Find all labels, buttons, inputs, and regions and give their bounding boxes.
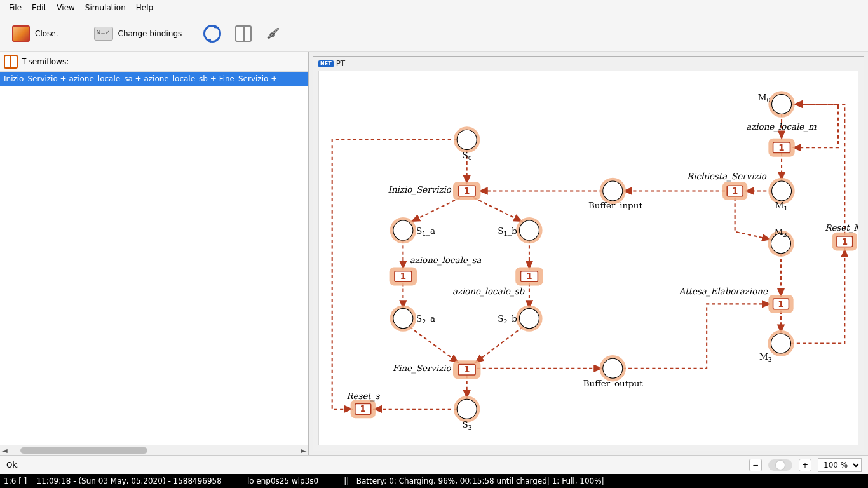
svg-text:M0: M0 <box>758 93 771 104</box>
semiflows-header: T-semiflows: <box>0 52 308 72</box>
bindings-icon <box>94 27 113 41</box>
change-bindings-button[interactable]: Change bindings <box>88 22 188 45</box>
menu-help[interactable]: Help <box>131 1 158 14</box>
toolbar: Close. Change bindings <box>0 15 868 52</box>
svg-text:M2: M2 <box>775 227 787 238</box>
svg-text:1: 1 <box>526 271 532 281</box>
zoom-out-button[interactable]: − <box>749 459 762 471</box>
semiflows-icon <box>4 55 18 69</box>
zoom-select[interactable]: 100 % <box>818 458 862 472</box>
menu-view[interactable]: View <box>51 1 79 14</box>
svg-text:Buffer_input: Buffer_input <box>588 201 642 210</box>
menu-edit[interactable]: Edit <box>27 1 51 14</box>
semiflows-list[interactable]: Inizio_Servizio + azione_locale_sa + azi… <box>0 72 308 445</box>
svg-point-4 <box>393 220 413 240</box>
book-icon <box>235 25 252 42</box>
semiflows-panel: T-semiflows: Inizio_Servizio + azione_lo… <box>0 52 309 455</box>
canvas-header: NET PT <box>318 59 345 68</box>
svg-text:azione_locale_m: azione_locale_m <box>746 122 817 132</box>
svg-point-25 <box>772 94 792 114</box>
sysbar-right: || Battery: 0: Charging, 96%, 00:15:58 u… <box>344 477 604 485</box>
semiflows-title: T-semiflows: <box>22 57 69 66</box>
svg-text:Buffer_output: Buffer_output <box>583 379 644 388</box>
svg-point-28 <box>772 181 792 201</box>
svg-point-7 <box>519 220 539 240</box>
main-area: T-semiflows: Inizio_Servizio + azione_lo… <box>0 52 868 455</box>
horizontal-scrollbar[interactable]: ◄ ► <box>0 445 308 455</box>
refresh-icon <box>203 25 221 43</box>
svg-text:S1_a: S1_a <box>416 226 435 237</box>
system-bar: 1:6 [ ] 11:09:18 - (Sun 03 May, 05.2020)… <box>0 474 868 488</box>
status-message: Ok. <box>6 461 743 470</box>
refresh-ring-button[interactable] <box>198 20 227 47</box>
sysbar-left: 1:6 [ ] 11:09:18 - (Sun 03 May, 05.2020)… <box>4 477 222 485</box>
menu-file[interactable]: File <box>4 1 27 14</box>
svg-text:S2_b: S2_b <box>498 314 517 325</box>
net-badge: NET <box>318 60 334 67</box>
close-button[interactable]: Close. <box>6 21 64 46</box>
svg-text:Fine_Servizio: Fine_Servizio <box>393 363 452 374</box>
statusbar: Ok. − + 100 % <box>0 455 868 474</box>
svg-text:1: 1 <box>732 186 738 196</box>
measure-button[interactable] <box>260 21 288 46</box>
petri-net-canvas[interactable]: S0 S1_a S1_b S2_a S2_b S3 <box>318 71 858 445</box>
svg-point-1 <box>457 130 477 149</box>
menu-simulation[interactable]: Simulation <box>80 1 131 14</box>
svg-text:Inizio_Servizio: Inizio_Servizio <box>388 185 452 195</box>
svg-text:S2_a: S2_a <box>416 314 435 325</box>
svg-text:1: 1 <box>400 271 406 281</box>
svg-text:1: 1 <box>842 237 848 247</box>
svg-point-34 <box>771 334 790 353</box>
zoom-in-button[interactable]: + <box>799 459 811 471</box>
canvas-pane: NET PT <box>309 52 868 455</box>
svg-text:1: 1 <box>360 404 366 414</box>
scroll-thumb[interactable] <box>20 447 147 454</box>
svg-text:1: 1 <box>778 299 783 309</box>
bindings-label: Change bindings <box>118 29 182 38</box>
svg-text:Reset_M: Reset_M <box>825 223 858 233</box>
close-icon <box>12 25 30 42</box>
svg-point-16 <box>457 399 477 419</box>
svg-point-19 <box>603 181 623 201</box>
svg-text:1: 1 <box>778 143 784 152</box>
sysbar-mid: lo enp0s25 wlp3s0 <box>247 477 318 485</box>
book-button[interactable] <box>229 21 257 46</box>
svg-text:Attesa_Elaborazione: Attesa_Elaborazione <box>679 287 768 297</box>
canvas-frame: NET PT <box>313 56 864 451</box>
zoom-toggle[interactable] <box>768 459 792 471</box>
scroll-right-icon[interactable]: ► <box>299 446 308 455</box>
menubar: File Edit View Simulation Help <box>0 0 868 15</box>
svg-text:M3: M3 <box>759 352 772 363</box>
svg-text:Richiesta_Servizio: Richiesta_Servizio <box>687 172 767 182</box>
svg-point-10 <box>393 309 413 329</box>
svg-text:S1_b: S1_b <box>498 226 517 237</box>
svg-text:Reset_s: Reset_s <box>346 391 380 402</box>
canvas-title: PT <box>336 59 346 68</box>
svg-text:azione_locale_sb: azione_locale_sb <box>452 287 526 297</box>
list-item[interactable]: Inizio_Servizio + azione_locale_sa + azi… <box>0 72 308 86</box>
svg-text:1: 1 <box>464 186 470 196</box>
svg-text:1: 1 <box>464 365 470 374</box>
svg-text:azione_locale_sa: azione_locale_sa <box>410 255 482 266</box>
petri-net-svg[interactable]: S0 S1_a S1_b S2_a S2_b S3 <box>319 71 858 445</box>
svg-point-13 <box>519 309 539 329</box>
close-label: Close. <box>35 29 58 38</box>
caliper-icon <box>266 25 282 42</box>
scroll-left-icon[interactable]: ◄ <box>0 446 9 455</box>
svg-point-22 <box>603 358 623 378</box>
